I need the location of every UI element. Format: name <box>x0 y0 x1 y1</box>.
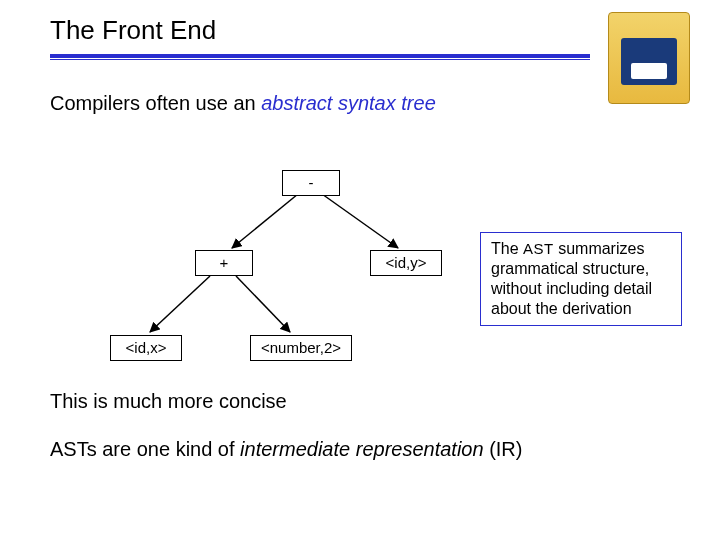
node-id-x: <id,x> <box>110 335 182 361</box>
annot-1b: AST <box>523 240 554 257</box>
node-number-2: <number,2> <box>250 335 352 361</box>
annot-1c: summarizes <box>554 240 645 257</box>
svg-line-3 <box>236 276 290 332</box>
svg-line-0 <box>232 194 298 248</box>
page-title: The Front End <box>50 15 216 46</box>
annotation-line-2: grammatical structure, <box>491 259 671 279</box>
annotation-line-4: about the derivation <box>491 299 671 319</box>
svg-line-1 <box>322 194 398 248</box>
university-logo <box>608 12 690 104</box>
annot-1a: The <box>491 240 523 257</box>
title-rule-thick <box>50 54 590 58</box>
ir-prefix: ASTs are one kind of <box>50 438 240 460</box>
ast-diagram: - + <id,y> <id,x> <number,2> The AST sum… <box>50 140 670 380</box>
node-plus: + <box>195 250 253 276</box>
title-rule-thin <box>50 59 590 60</box>
intro-highlight: abstract syntax tree <box>261 92 436 114</box>
annotation-line-3: without including detail <box>491 279 671 299</box>
ir-highlight: intermediate representation <box>240 438 483 460</box>
intro-prefix: Compilers often use an <box>50 92 261 114</box>
node-root: - <box>282 170 340 196</box>
ir-text: ASTs are one kind of intermediate repres… <box>50 438 522 461</box>
concise-text: This is much more concise <box>50 390 287 413</box>
ir-suffix: (IR) <box>484 438 523 460</box>
annotation-line-1: The AST summarizes <box>491 239 671 259</box>
annotation-box: The AST summarizes grammatical structure… <box>480 232 682 326</box>
intro-text: Compilers often use an abstract syntax t… <box>50 92 436 115</box>
svg-line-2 <box>150 276 210 332</box>
node-id-y: <id,y> <box>370 250 442 276</box>
